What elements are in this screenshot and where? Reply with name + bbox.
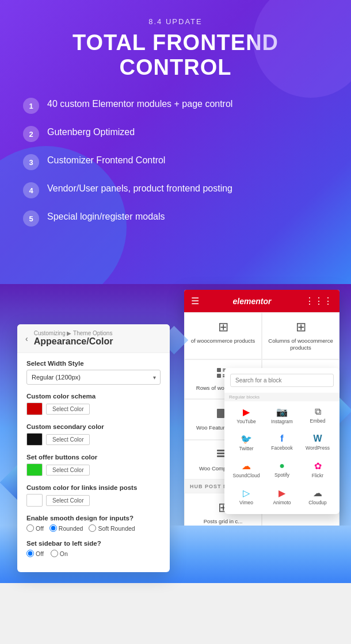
hub-module-label-posts-grid: Posts grid in c... (189, 518, 257, 525)
links-color-picker: Select Color (26, 494, 161, 507)
social-vimeo[interactable]: ▷ Vimeo (230, 485, 262, 508)
smooth-design-field: Enable smooth design for inputs? Off Rou… (26, 515, 161, 532)
feature-text-2: Gutenberg Optimized (47, 125, 135, 139)
youtube-label: YouTube (231, 419, 261, 424)
social-animoto[interactable]: ▶ Animoto (266, 485, 298, 508)
back-arrow-icon[interactable]: ‹ (25, 334, 28, 343)
sidebar-on-text: On (60, 550, 68, 557)
secondary-color-swatch[interactable] (26, 433, 43, 446)
color-schema-field: Custom color schema Select Color (26, 393, 161, 415)
search-input[interactable] (230, 374, 334, 387)
secondary-color-button[interactable]: Select Color (46, 434, 90, 445)
offer-btn-color-label: Set offer buttons color (26, 454, 161, 461)
module-woo-columns[interactable]: ⊞ Columns of woocommerce products (262, 312, 339, 359)
soundcloud-label: SoundCloud (231, 473, 261, 478)
radio-rounded-label[interactable]: Rounded (49, 524, 83, 532)
width-style-select[interactable]: Regular (1200px) Wide (1400px) Full Widt… (26, 370, 161, 385)
module-icon-woo-columns: ⊞ (267, 320, 334, 335)
grid-icon[interactable]: ⋮⋮⋮ (305, 296, 333, 306)
twitter-icon: 🐦 (231, 434, 261, 444)
secondary-color-label: Custom secondary color (26, 423, 161, 430)
embed-icon: ⧉ (303, 407, 333, 417)
social-wordpress[interactable]: W WordPress (302, 431, 334, 454)
feature-num-1: 1 (23, 98, 39, 114)
instagram-label: Instagram (267, 419, 297, 424)
spotify-label: Spotify (267, 472, 297, 478)
social-youtube[interactable]: ▶ YouTube (230, 404, 262, 427)
social-twitter[interactable]: 🐦 Twitter (230, 431, 262, 454)
wordpress-icon: W (303, 434, 333, 444)
radio-soft-rounded-label[interactable]: Soft Rounded (89, 524, 135, 532)
module-woo-grid[interactable]: ⊞ of woocommerce products (184, 312, 262, 359)
elementor-header: ☰ elementor ⋮⋮⋮ (184, 290, 339, 312)
youtube-icon: ▶ (231, 407, 261, 417)
sidebar-off-label[interactable]: Off (26, 550, 44, 557)
social-embed[interactable]: ⧉ Embed (302, 404, 334, 427)
width-style-label: Select Width Style (26, 360, 161, 367)
feature-num-5: 5 (23, 210, 39, 227)
cloudup-icon: ☁ (303, 488, 333, 499)
twitter-label: Twitter (231, 446, 261, 451)
color-schema-button[interactable]: Select Color (46, 404, 90, 415)
search-panel: Regular blocks ▶ YouTube 📷 Instagram ⧉ E… (224, 368, 339, 514)
customizer-heading: Appearance/Color (34, 336, 113, 347)
social-flickr[interactable]: ✿ Flickr (302, 458, 334, 481)
links-color-label: Custom color for links inside posts (26, 484, 161, 491)
elementor-logo: elementor (233, 297, 272, 306)
feature-text-3: Customizer Frontend Control (47, 154, 165, 167)
smooth-design-label: Enable smooth design for inputs? (26, 515, 161, 522)
feature-num-3: 3 (23, 154, 39, 170)
offer-btn-color-button[interactable]: Select Color (46, 465, 90, 476)
sidebar-field: Set sidebar to left side? Off On (26, 540, 161, 557)
embed-label: Embed (303, 418, 333, 424)
links-color-swatch[interactable] (26, 494, 43, 507)
social-soundcloud[interactable]: ☁ SoundCloud (230, 458, 262, 481)
radio-off-label[interactable]: Off (26, 524, 44, 532)
width-style-field: Select Width Style Regular (1200px) Wide… (26, 360, 161, 385)
svg-rect-3 (217, 374, 221, 378)
social-spotify[interactable]: ● Spotify (266, 458, 298, 481)
feature-item-1: 1 40 custom Elementor modules + page con… (23, 97, 328, 114)
customizer-panel: ‹ Customizing ▶ Theme Options Appearance… (17, 324, 170, 572)
feature-text-1: 40 custom Elementor modules + page contr… (47, 97, 232, 111)
social-instagram[interactable]: 📷 Instagram (266, 404, 298, 427)
radio-off-input[interactable] (26, 524, 34, 532)
color-schema-picker: Select Color (26, 402, 161, 415)
hero-title: TOTAL FRONTEND CONTROL (23, 30, 328, 80)
hamburger-icon[interactable]: ☰ (191, 296, 199, 306)
links-color-field: Custom color for links inside posts Sele… (26, 484, 161, 507)
animoto-icon: ▶ (267, 488, 297, 499)
radio-rounded-text: Rounded (59, 525, 83, 532)
links-color-button[interactable]: Select Color (46, 495, 90, 506)
hero-subtitle: 8.4 UPDATE (23, 17, 328, 26)
search-input-wrapper (230, 374, 334, 387)
hero-section: 8.4 UPDATE TOTAL FRONTEND CONTROL 1 40 c… (0, 0, 351, 284)
sidebar-off-input[interactable] (26, 550, 34, 557)
flickr-label: Flickr (303, 473, 333, 478)
radio-soft-rounded-input[interactable] (89, 524, 96, 532)
social-facebook[interactable]: f Facebook (266, 431, 298, 454)
color-schema-label: Custom color schema (26, 393, 161, 400)
radio-rounded-input[interactable] (49, 524, 57, 532)
facebook-label: Facebook (267, 445, 297, 451)
color-schema-swatch[interactable] (26, 402, 43, 415)
customizer-back[interactable]: ‹ Customizing ▶ Theme Options Appearance… (17, 324, 170, 353)
smooth-design-radio-group: Off Rounded Soft Rounded (26, 524, 161, 532)
sidebar-on-label[interactable]: On (51, 550, 68, 557)
module-label-woo-columns: Columns of woocommerce products (267, 338, 334, 352)
width-style-select-wrapper: Regular (1200px) Wide (1400px) Full Widt… (26, 370, 161, 385)
social-cloudup[interactable]: ☁ Cloudup (302, 485, 334, 508)
animoto-label: Animoto (267, 500, 297, 505)
feature-text-4: Vendor/User panels, product frontend pos… (47, 182, 232, 195)
customizer-breadcrumb: Customizing ▶ Theme Options (34, 330, 113, 336)
sidebar-label: Set sidebar to left side? (26, 540, 161, 547)
sidebar-on-input[interactable] (51, 550, 58, 557)
radio-soft-rounded-text: Soft Rounded (98, 525, 135, 532)
wordpress-label: WordPress (303, 445, 333, 451)
feature-item-2: 2 Gutenberg Optimized (23, 125, 328, 142)
offer-btn-color-field: Set offer buttons color Select Color (26, 454, 161, 476)
offer-btn-color-swatch[interactable] (26, 463, 43, 476)
instagram-icon: 📷 (267, 407, 297, 417)
feature-item-5: 5 Special login/register modals (23, 210, 328, 227)
feature-num-2: 2 (23, 126, 39, 142)
